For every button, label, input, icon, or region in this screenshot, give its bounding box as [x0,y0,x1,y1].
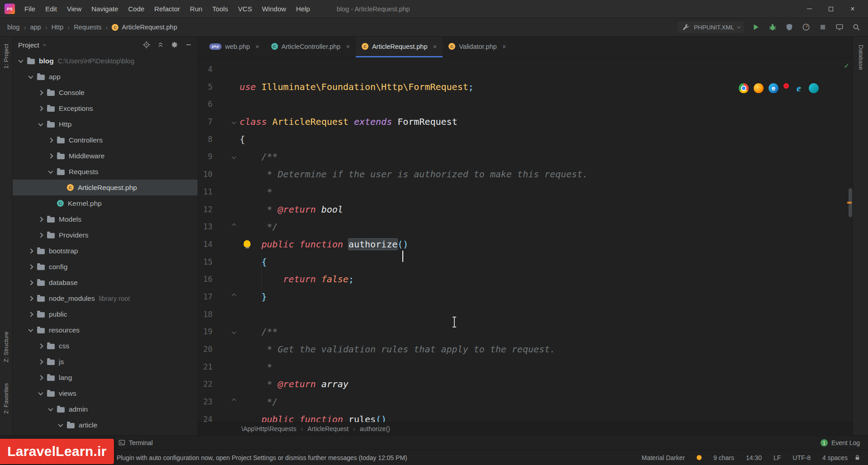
edge-browser-icon[interactable]: e [769,83,778,93]
chevron-right-icon[interactable] [39,233,47,237]
code-line[interactable]: 21 * [198,358,853,376]
chevron-down-icon[interactable] [39,392,47,395]
tree-row-requests[interactable]: Requests [13,164,198,180]
fold-marker[interactable] [212,295,240,299]
search-everywhere-button[interactable] [852,23,861,32]
tab-articlecontroller-php[interactable]: CArticleController.php× [265,37,356,57]
collapse-all-icon[interactable] [157,41,164,48]
chevron-down-icon[interactable] [43,43,46,46]
fold-marker[interactable] [212,155,240,158]
code-line[interactable]: 4 [198,61,853,78]
profiler-button[interactable] [802,23,811,32]
panel-title[interactable]: Project [18,41,39,49]
chevron-right-icon[interactable] [29,281,37,285]
code-line[interactable]: 12 * @return bool [198,201,853,218]
menu-refactor[interactable]: Refactor [149,0,185,18]
intention-lightbulb-icon[interactable] [244,240,250,247]
menu-vcs[interactable]: VCS [233,0,257,18]
theme-name[interactable]: Material Darker [642,454,685,461]
breadcrumb-item[interactable]: Http [52,24,64,31]
opera-browser-icon[interactable] [783,83,789,89]
code-line[interactable]: 7class ArticleRequest extends FormReques… [198,113,853,131]
debug-button[interactable] [768,23,777,32]
locate-file-icon[interactable] [143,41,150,48]
chevron-right-icon[interactable] [49,138,57,142]
chevron-right-icon[interactable] [29,313,37,316]
chevron-down-icon[interactable] [29,328,37,332]
tree-row-article[interactable]: article [13,417,198,433]
code-line[interactable]: 22 * @return array [198,375,853,393]
lock-icon[interactable] [854,454,861,461]
close-icon[interactable]: × [433,43,437,50]
code-line[interactable]: 17 } [198,288,853,306]
tool-window-structure-button[interactable]: Z: Structure [3,332,9,362]
chevron-down-icon[interactable] [59,423,67,427]
tree-row-middleware[interactable]: Middleware [13,148,198,164]
tree-row-node_modules[interactable]: node_moduleslibrary root [13,290,198,306]
fold-marker[interactable] [212,330,240,333]
tab-validator-php[interactable]: CValidator.php× [443,37,512,57]
tree-row-kernel-php[interactable]: CKernel.php [13,195,198,211]
chevron-down-icon[interactable] [49,170,57,174]
tree-row-public[interactable]: public [13,306,198,322]
code-editor[interactable]: 45use Illuminate\Foundation\Http\FormReq… [198,58,853,422]
tree-row-blog[interactable]: blogC:\Users\HP\Desktop\blog [13,53,198,69]
breadcrumb-item[interactable]: blog [7,24,19,31]
tree-row-controllers[interactable]: Controllers [13,132,198,148]
encoding[interactable]: UTF-8 [793,454,811,461]
menu-tools[interactable]: Tools [208,0,233,18]
line-separator[interactable]: LF [774,454,781,461]
breadcrumb-file[interactable]: CArticleRequest.php [112,24,177,31]
run-configuration-select[interactable]: PHPUNIT.XML [678,21,744,33]
event-log-button[interactable]: 1 Event Log [821,439,860,446]
tree-row-admin[interactable]: admin [13,401,198,417]
chevron-right-icon[interactable] [29,265,37,269]
menu-run[interactable]: Run [185,0,208,18]
code-line[interactable]: 9 /** [198,148,853,166]
hide-panel-icon[interactable] [185,41,192,48]
tree-row-database[interactable]: database [13,275,198,290]
tab-web-php[interactable]: phpweb.php× [203,37,265,57]
code-line[interactable]: 8{ [198,131,853,148]
maximize-button[interactable] [820,0,842,18]
tree-row-css[interactable]: css [13,338,198,354]
chevron-down-icon[interactable] [39,123,47,126]
editor-breadcrumb-item[interactable]: ArticleRequest [307,425,349,432]
code-line[interactable]: 16 return false; [198,270,853,288]
firefox-browser-icon[interactable] [754,83,764,93]
chevron-right-icon[interactable] [49,154,57,158]
editor-breadcrumb-item[interactable]: \App\Http\Requests [241,425,296,432]
breadcrumb-item[interactable]: app [30,24,41,31]
tool-window-terminal-button[interactable]: Terminal [118,439,153,446]
window-switcher-icon[interactable] [835,23,844,32]
code-line[interactable]: 10 * Determine if the user is authorized… [198,166,853,183]
tree-row-console[interactable]: Console [13,85,198,100]
stop-button[interactable] [818,23,827,32]
fold-marker[interactable] [212,120,240,123]
fold-marker[interactable] [212,225,240,228]
chevron-right-icon[interactable] [39,218,47,221]
chevron-right-icon[interactable] [39,91,47,95]
editor-breadcrumb-item[interactable]: authorize() [360,425,390,432]
chevron-right-icon[interactable] [29,249,37,253]
code-line[interactable]: 24 public function rules() [198,411,853,422]
code-line[interactable]: 23 */ [198,393,853,411]
close-button[interactable]: × [842,0,863,18]
close-icon[interactable]: × [255,43,259,50]
chevron-down-icon[interactable] [19,59,27,63]
menu-help[interactable]: Help [291,0,315,18]
menu-file[interactable]: File [19,0,40,18]
chrome-browser-icon[interactable] [739,83,749,93]
tool-window-project-button[interactable]: 1: Project [3,44,9,69]
chevron-down-icon[interactable] [29,75,37,79]
tool-window-database-button[interactable]: Database [858,45,864,70]
tree-row-exceptions[interactable]: Exceptions [13,100,198,116]
coverage-button[interactable] [785,23,794,32]
tree-row-lang[interactable]: lang [13,370,198,385]
tab-articlerequest-php[interactable]: CArticleRequest.php× [356,37,443,57]
menu-navigate[interactable]: Navigate [86,0,123,18]
code-line[interactable]: 13 */ [198,218,853,236]
tree-row-resources[interactable]: resources [13,322,198,338]
tree-row-config[interactable]: config [13,259,198,275]
chevron-right-icon[interactable] [39,344,47,348]
